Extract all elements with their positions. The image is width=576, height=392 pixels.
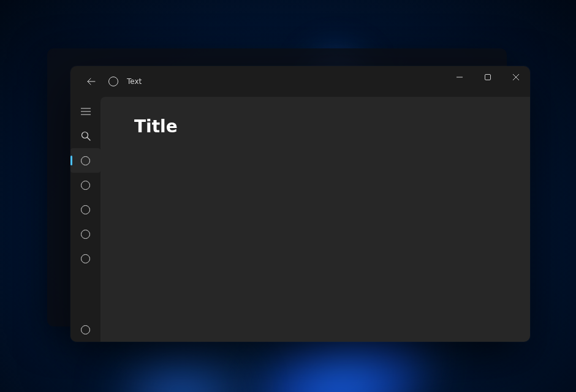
sidebar-item-1[interactable] [70,148,100,173]
close-button[interactable] [502,66,530,88]
circle-icon [81,205,90,214]
circle-icon [81,181,90,190]
content-area: Title [100,97,530,342]
app-window: Text [70,66,530,342]
app-title: Text [127,77,142,86]
sidebar-item-3[interactable] [70,197,100,222]
sidebar-spacer [70,271,100,317]
app-icon [108,77,118,86]
minimize-button[interactable] [445,66,474,88]
sidebar-item-footer[interactable] [70,317,100,342]
circle-icon [81,230,90,239]
sidebar-item-4[interactable] [70,222,100,246]
circle-icon [81,254,90,263]
maximize-icon [485,74,491,80]
circle-icon [81,325,90,334]
search-icon [81,131,91,141]
svg-point-1 [81,132,88,138]
minimize-icon [457,74,463,80]
nav-toggle-button[interactable] [70,99,100,124]
back-arrow-icon [87,77,96,86]
sidebar-item-5[interactable] [70,246,100,271]
close-icon [513,74,519,80]
sidebar-item-2[interactable] [70,173,100,197]
hamburger-icon [81,108,91,115]
titlebar[interactable]: Text [70,66,530,97]
window-body: Title [70,97,530,342]
sidebar [70,97,100,342]
circle-icon [81,156,90,165]
search-button[interactable] [70,124,100,148]
svg-rect-0 [485,75,491,80]
back-button[interactable] [80,70,102,92]
caption-buttons [445,66,530,88]
page-title: Title [134,116,506,137]
maximize-button[interactable] [474,66,502,88]
